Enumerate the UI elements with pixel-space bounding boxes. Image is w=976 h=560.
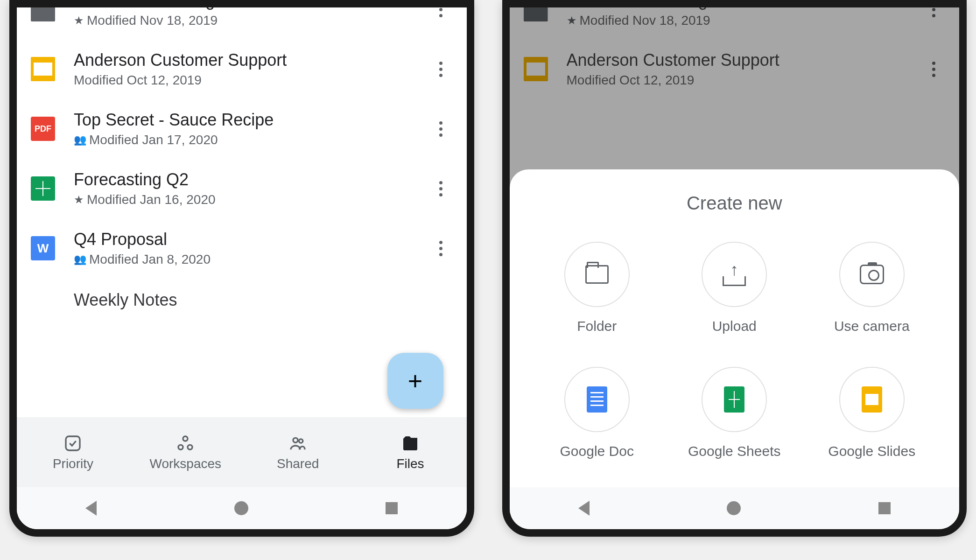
- svg-point-1: [183, 436, 188, 441]
- file-row[interactable]: W Q4 Proposal 👥 Modified Jan 8, 2020: [17, 218, 467, 278]
- sheet-title: Create new: [528, 193, 941, 214]
- workspaces-icon: [175, 433, 196, 454]
- shared-icon: 👥: [74, 134, 86, 146]
- nav-priority[interactable]: Priority: [17, 417, 129, 487]
- nav-files[interactable]: Files: [354, 417, 467, 487]
- create-sheets[interactable]: Google Sheets: [666, 367, 803, 459]
- nav-workspaces[interactable]: Workspaces: [129, 417, 242, 487]
- pdf-icon: PDF: [31, 117, 55, 141]
- screen-left: Distributed Iceberg Deliverables ★ Modif…: [17, 7, 467, 529]
- screen-right: Distributed Iceberg Deliverables ★ Modif…: [510, 7, 960, 529]
- more-button[interactable]: [429, 62, 453, 77]
- file-row[interactable]: Weekly Notes: [17, 278, 467, 325]
- create-camera[interactable]: Use camera: [803, 242, 941, 334]
- nav-shared[interactable]: Shared: [242, 417, 354, 487]
- file-title: Forecasting Q2: [74, 170, 429, 189]
- svg-point-2: [178, 445, 183, 449]
- file-row[interactable]: Distributed Iceberg Deliverables ★ Modif…: [17, 7, 467, 39]
- file-title: Distributed Iceberg Deliverables: [74, 7, 429, 10]
- system-nav-bar: [510, 487, 960, 529]
- back-icon[interactable]: [85, 501, 97, 516]
- home-icon[interactable]: [727, 501, 741, 515]
- file-subtitle: ★ Modified Nov 18, 2019: [74, 13, 429, 28]
- create-doc[interactable]: Google Doc: [528, 367, 666, 459]
- home-icon[interactable]: [234, 501, 248, 515]
- sheet-grid: Folder Upload Use camera Google Doc Goog…: [528, 242, 941, 459]
- shared-icon: 👥: [74, 253, 86, 266]
- slides-icon: [31, 57, 55, 81]
- phone-left: Distributed Iceberg Deliverables ★ Modif…: [9, 0, 474, 537]
- create-slides[interactable]: Google Slides: [803, 367, 941, 459]
- star-icon: ★: [74, 193, 84, 206]
- create-folder[interactable]: Folder: [528, 242, 666, 334]
- more-button[interactable]: [429, 181, 453, 196]
- recents-icon[interactable]: [386, 502, 398, 514]
- back-icon[interactable]: [578, 501, 590, 516]
- svg-point-3: [188, 445, 192, 449]
- sheets-icon: [31, 176, 55, 201]
- shared-nav-icon: [288, 433, 308, 454]
- file-title: Anderson Customer Support: [74, 50, 429, 70]
- doc-icon: [564, 367, 630, 432]
- docs-icon: W: [31, 236, 55, 260]
- more-button[interactable]: [429, 7, 453, 17]
- create-new-sheet: Create new Folder Upload Use camera Goog…: [510, 169, 960, 487]
- bottom-nav: Priority Workspaces Shared Files: [17, 417, 467, 487]
- svg-point-4: [293, 438, 298, 442]
- file-subtitle: Modified Oct 12, 2019: [74, 73, 429, 88]
- svg-rect-0: [66, 436, 80, 450]
- sheets-icon: [702, 367, 767, 432]
- file-row[interactable]: Anderson Customer Support Modified Oct 1…: [17, 39, 467, 99]
- file-subtitle: ★ Modified Jan 16, 2020: [74, 192, 429, 207]
- file-subtitle: 👥 Modified Jan 8, 2020: [74, 252, 429, 267]
- files-nav-icon: [400, 433, 421, 454]
- file-title: Weekly Notes: [74, 290, 453, 310]
- more-button[interactable]: [429, 241, 453, 256]
- file-row[interactable]: Forecasting Q2 ★ Modified Jan 16, 2020: [17, 159, 467, 218]
- file-title: Top Secret - Sauce Recipe: [74, 110, 429, 130]
- fab-create-button[interactable]: +: [387, 353, 443, 409]
- camera-icon: [839, 242, 905, 307]
- phone-right: Distributed Iceberg Deliverables ★ Modif…: [502, 0, 967, 537]
- file-title: Q4 Proposal: [74, 230, 429, 249]
- star-icon: ★: [74, 14, 84, 27]
- priority-icon: [63, 433, 83, 454]
- folder-icon: [564, 242, 630, 307]
- file-list[interactable]: Distributed Iceberg Deliverables ★ Modif…: [17, 7, 467, 417]
- recents-icon[interactable]: [878, 502, 891, 514]
- file-row[interactable]: PDF Top Secret - Sauce Recipe 👥 Modified…: [17, 99, 467, 159]
- system-nav-bar: [17, 487, 467, 529]
- create-upload[interactable]: Upload: [666, 242, 803, 334]
- more-button[interactable]: [429, 121, 453, 137]
- slides-icon: [839, 367, 905, 432]
- file-subtitle: 👥 Modified Jan 17, 2020: [74, 133, 429, 147]
- folder-icon: [31, 7, 55, 21]
- svg-point-5: [299, 439, 303, 443]
- upload-icon: [702, 242, 767, 307]
